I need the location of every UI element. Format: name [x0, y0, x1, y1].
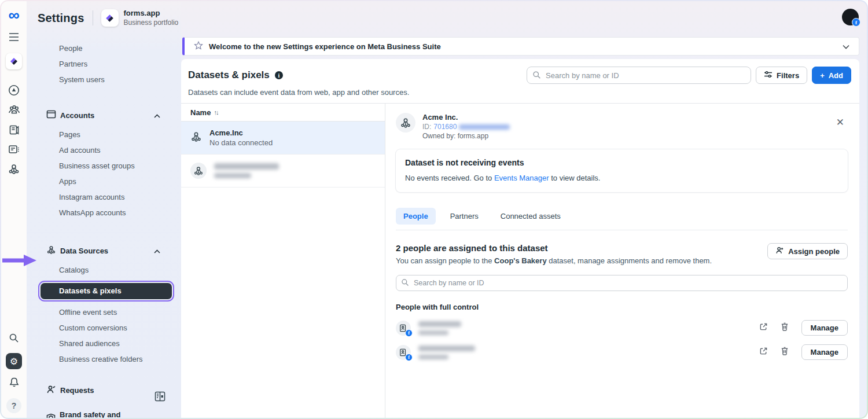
chevron-down-icon[interactable]: [843, 41, 849, 52]
meta-logo-icon[interactable]: ∞: [6, 7, 22, 23]
star-icon: [194, 41, 203, 52]
sidebar-item-apps[interactable]: Apps: [27, 174, 181, 189]
dataset-row-redacted[interactable]: [181, 155, 385, 188]
manage-button[interactable]: Manage: [801, 344, 848, 360]
events-manager-link[interactable]: Events Manager: [494, 174, 549, 182]
tab-connected-assets[interactable]: Connected assets: [493, 208, 568, 225]
sidebar-item-instagram-accounts[interactable]: Instagram accounts: [27, 189, 181, 205]
dataset-list: Name ↑↓ Acme.Inc No data connected: [181, 104, 385, 418]
people-section-header: 2 people are assigned to this dataset Yo…: [396, 243, 848, 265]
people-description: You can assign people to the Coop's Bake…: [396, 256, 712, 265]
add-button[interactable]: + Add: [812, 67, 851, 84]
notifications-bell-icon[interactable]: [6, 374, 22, 390]
people-heading: 2 people are assigned to this dataset: [396, 243, 712, 253]
sidebar-nav: People Partners System users Accounts Pa…: [27, 35, 181, 418]
data-sources-section: Data Sources Catalogs Datasets & pixels …: [27, 242, 181, 367]
data-sources-items: Catalogs Datasets & pixels Offline event…: [27, 259, 181, 367]
detail-owned-by: Owned by: forms.app: [422, 132, 510, 140]
billing-icon[interactable]: [6, 141, 22, 157]
settings-gear-icon[interactable]: ⚙: [6, 353, 22, 369]
name-column-label: Name: [190, 108, 211, 117]
sidebar-item-system-users[interactable]: System users: [27, 72, 181, 87]
search-input[interactable]: [527, 67, 751, 84]
sidebar-item-business-creative-folders[interactable]: Business creative folders: [27, 351, 181, 367]
close-icon[interactable]: ✕: [836, 117, 844, 127]
open-external-icon[interactable]: [759, 322, 768, 333]
list-column-header[interactable]: Name ↑↓: [181, 104, 385, 122]
accounts-section-header[interactable]: Accounts: [27, 107, 181, 123]
add-label: Add: [829, 71, 843, 80]
sidebar-item-datasets-pixels[interactable]: Datasets & pixels: [41, 283, 172, 299]
filters-label: Filters: [777, 71, 799, 80]
sidebar-item-whatsapp-accounts[interactable]: WhatsApp accounts: [27, 205, 181, 220]
portfolio-logo-icon[interactable]: [101, 9, 119, 27]
person-add-icon: [775, 246, 784, 256]
id-label: ID:: [422, 123, 431, 131]
dataset-avatar-icon: [396, 113, 415, 133]
delete-icon[interactable]: [781, 347, 789, 358]
open-external-icon[interactable]: [759, 347, 768, 358]
section-title: Datasets & pixels: [188, 69, 270, 81]
alert-text-before: No events received. Go to: [405, 174, 494, 182]
people-group-icon[interactable]: [6, 102, 22, 118]
facebook-badge-icon: f: [405, 329, 413, 337]
filters-button[interactable]: Filters: [756, 67, 807, 84]
dataset-row-acme[interactable]: Acme.Inc No data connected: [181, 122, 385, 155]
brand-safety-section-header[interactable]: Brand safety and suitabil...: [27, 411, 181, 418]
manage-button[interactable]: Manage: [801, 320, 848, 336]
data-sources-label: Data Sources: [60, 247, 108, 255]
screenshot-frame: ∞ ⚙ ?: [0, 0, 868, 419]
delete-icon[interactable]: [781, 322, 789, 333]
plus-icon: +: [820, 71, 825, 80]
sidebar-item-people[interactable]: People: [27, 41, 181, 56]
tab-people[interactable]: People: [396, 208, 436, 225]
sidebar-item-pages[interactable]: Pages: [27, 127, 181, 142]
alert-text: No events received. Go to Events Manager…: [405, 174, 838, 182]
portfolio-name: forms.app: [124, 9, 179, 18]
brand-safety-section: Brand safety and suitabil...: [27, 411, 181, 418]
toolbar: Filters + Add: [527, 67, 851, 84]
settings-sidebar: Settings forms.app Business portfolio Pe…: [27, 1, 181, 418]
redacted-person-role: [418, 330, 448, 335]
collapse-sidebar-icon[interactable]: [155, 391, 165, 404]
sidebar-header: Settings forms.app Business portfolio: [27, 1, 181, 35]
pages-icon[interactable]: [6, 122, 22, 138]
people-desc-dataset-name: Coop's Bakery: [494, 256, 547, 265]
assign-people-button[interactable]: Assign people: [767, 243, 848, 259]
user-avatar[interactable]: f: [842, 9, 859, 25]
chevron-up-icon: [154, 247, 160, 255]
sidebar-item-custom-conversions[interactable]: Custom conversions: [27, 320, 181, 336]
sidebar-item-offline-event-sets[interactable]: Offline event sets: [27, 304, 181, 320]
people-search-input[interactable]: [396, 275, 848, 291]
detail-tabs: People Partners Connected assets: [396, 208, 848, 230]
tab-partners[interactable]: Partners: [443, 208, 486, 225]
assign-people-label: Assign people: [788, 247, 840, 256]
person-avatar-icon: f: [396, 345, 411, 360]
dataset-icon: [190, 131, 202, 145]
help-icon[interactable]: ?: [6, 398, 21, 413]
portfolio-info: forms.app Business portfolio: [124, 9, 179, 27]
boost-icon[interactable]: [6, 82, 22, 98]
redacted-id-suffix: [459, 124, 510, 130]
sidebar-item-catalogs[interactable]: Catalogs: [27, 262, 181, 278]
forms-app-badge-icon[interactable]: [6, 53, 22, 69]
sidebar-item-partners[interactable]: Partners: [27, 56, 181, 72]
info-icon[interactable]: i: [275, 71, 283, 79]
shield-icon: [46, 413, 56, 418]
data-sources-section-header[interactable]: Data Sources: [27, 242, 181, 259]
menu-icon[interactable]: [6, 29, 22, 45]
welcome-banner[interactable]: Welcome to the new Settings experience o…: [182, 37, 859, 56]
sidebar-item-shared-audiences[interactable]: Shared audiences: [27, 336, 181, 351]
search-icon[interactable]: [6, 330, 22, 346]
icon-rail: ∞ ⚙ ?: [1, 1, 27, 418]
facebook-badge-icon: f: [405, 354, 413, 361]
main-content: Datasets & pixels i Filters + Add: [181, 59, 859, 418]
header-divider: [93, 10, 93, 25]
sidebar-item-ad-accounts[interactable]: Ad accounts: [27, 142, 181, 158]
requests-label: Requests: [60, 386, 94, 395]
full-control-heading: People with full control: [396, 303, 848, 311]
alert-text-after: to view details.: [549, 174, 601, 182]
data-sources-icon[interactable]: [6, 161, 22, 177]
alert-title: Dataset is not receiving events: [405, 158, 838, 167]
sidebar-item-business-asset-groups[interactable]: Business asset groups: [27, 158, 181, 174]
